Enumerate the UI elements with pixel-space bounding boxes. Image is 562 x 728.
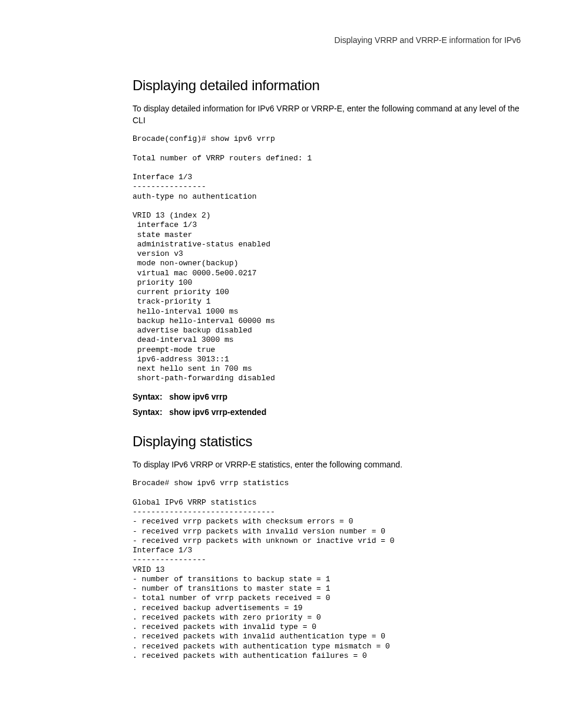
syntax-line-1: Syntax: show ipv6 vrrp [133, 392, 521, 401]
syntax-label: Syntax: [133, 407, 163, 417]
syntax-command: show ipv6 vrrp [169, 392, 227, 401]
code-block-show-ipv6-vrrp-statistics: Brocade# show ipv6 vrrp statistics Globa… [133, 479, 521, 661]
section-heading-statistics: Displaying statistics [133, 433, 521, 450]
code-block-show-ipv6-vrrp: Brocade(config)# show ipv6 vrrp Total nu… [133, 134, 521, 384]
syntax-label: Syntax: [133, 392, 163, 401]
syntax-line-2: Syntax: show ipv6 vrrp-extended [133, 407, 521, 417]
running-header: Displaying VRRP and VRRP-E information f… [133, 35, 521, 45]
syntax-command: show ipv6 vrrp-extended [169, 407, 266, 417]
intro-paragraph-1: To display detailed information for IPv6… [133, 103, 521, 126]
document-page: Displaying VRRP and VRRP-E information f… [0, 0, 562, 704]
section-heading-detailed-info: Displaying detailed information [133, 77, 521, 94]
intro-paragraph-2: To display IPv6 VRRP or VRRP-E statistic… [133, 459, 521, 471]
